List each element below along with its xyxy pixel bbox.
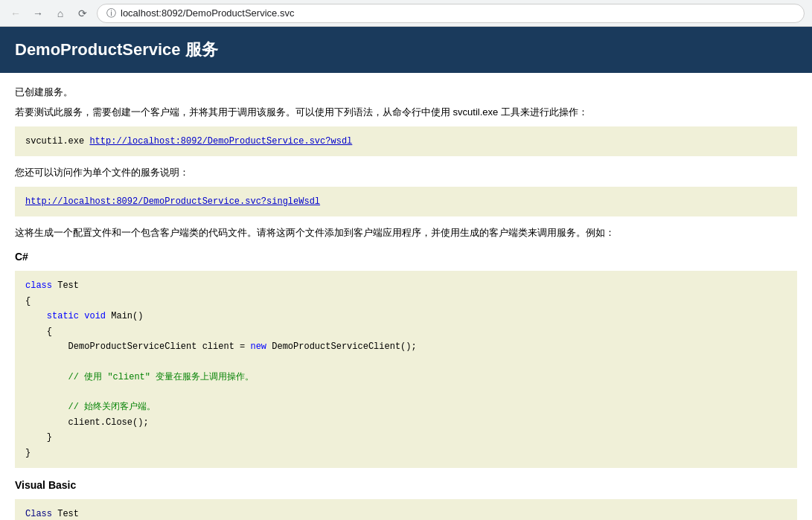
home-button[interactable]: ⌂ (52, 5, 68, 22)
page-title: DemoProductService 服务 (15, 39, 797, 61)
single-wsdl-code-block: http://localhost:8092/DemoProductService… (15, 187, 797, 216)
browser-chrome: ← → ⌂ ⟳ ⓘ localhost:8092/DemoProductServ… (0, 0, 812, 27)
back-button[interactable]: ← (7, 5, 24, 22)
csharp-code-block: class Test { static void Main() { DemoPr… (15, 271, 797, 468)
page-header: DemoProductService 服务 (0, 27, 812, 73)
intro-line1: 已创建服务。 (15, 85, 797, 100)
single-wsdl-line: 您还可以访问作为单个文件的服务说明： (15, 165, 797, 181)
svcutil-code-block: svcutil.exe http://localhost:8092/DemoPr… (15, 126, 797, 156)
intro-line2: 若要测试此服务，需要创建一个客户端，并将其用于调用该服务。可以使用下列语法，从命… (15, 105, 797, 121)
generate-line: 这将生成一个配置文件和一个包含客户端类的代码文件。请将这两个文件添加到客户端应用… (15, 225, 797, 241)
forward-button[interactable]: → (30, 5, 46, 22)
url-text: localhost:8092/DemoProductService.svc (121, 7, 294, 19)
page-content: 已创建服务。 若要测试此服务，需要创建一个客户端，并将其用于调用该服务。可以使用… (0, 73, 812, 520)
vb-title: Visual Basic (15, 477, 797, 493)
refresh-button[interactable]: ⟳ (74, 5, 91, 22)
address-bar[interactable]: ⓘ localhost:8092/DemoProductService.svc (97, 4, 805, 23)
csharp-title: C# (15, 248, 797, 265)
vb-code-block: Class Test Shared Sub Main() Dim client … (15, 499, 797, 520)
svcutil-link[interactable]: http://localhost:8092/DemoProductService… (89, 136, 352, 147)
single-wsdl-link[interactable]: http://localhost:8092/DemoProductService… (25, 196, 320, 207)
svcutil-prefix: svcutil.exe (25, 136, 89, 147)
info-icon: ⓘ (106, 7, 116, 20)
